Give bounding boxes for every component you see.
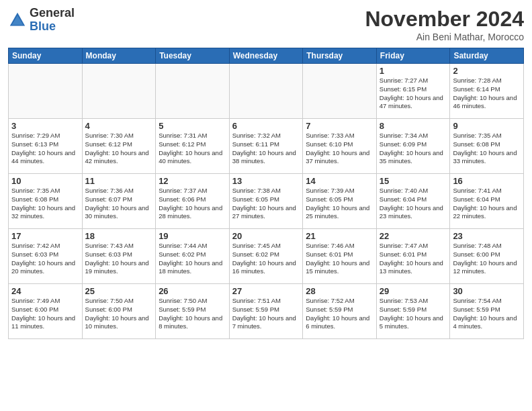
- day-number-2-1: 11: [85, 176, 153, 186]
- day-number-2-4: 14: [306, 176, 373, 186]
- calendar-cell-1-1: 4Sunrise: 7:30 AM Sunset: 6:12 PM Daylig…: [82, 119, 156, 174]
- day-info-2-6: Sunrise: 7:41 AM Sunset: 6:04 PM Dayligh…: [453, 187, 521, 221]
- week-row-2: 10Sunrise: 7:35 AM Sunset: 6:08 PM Dayli…: [9, 174, 524, 229]
- day-info-4-3: Sunrise: 7:51 AM Sunset: 5:59 PM Dayligh…: [232, 297, 300, 331]
- calendar-cell-4-1: 25Sunrise: 7:50 AM Sunset: 6:00 PM Dayli…: [82, 284, 156, 339]
- calendar-cell-2-0: 10Sunrise: 7:35 AM Sunset: 6:08 PM Dayli…: [9, 174, 83, 229]
- day-number-4-5: 29: [380, 286, 447, 296]
- calendar-cell-0-3: [229, 64, 303, 119]
- header-friday: Friday: [376, 48, 450, 64]
- day-info-2-1: Sunrise: 7:36 AM Sunset: 6:07 PM Dayligh…: [85, 187, 153, 221]
- logo-blue: Blue: [30, 20, 75, 34]
- day-number-1-5: 8: [380, 121, 447, 131]
- header-sunday: Sunday: [9, 48, 83, 64]
- header-thursday: Thursday: [303, 48, 377, 64]
- day-info-3-6: Sunrise: 7:48 AM Sunset: 6:00 PM Dayligh…: [453, 242, 521, 276]
- calendar-cell-2-2: 12Sunrise: 7:37 AM Sunset: 6:06 PM Dayli…: [156, 174, 230, 229]
- calendar-cell-1-5: 8Sunrise: 7:34 AM Sunset: 6:09 PM Daylig…: [376, 119, 450, 174]
- calendar-cell-2-4: 14Sunrise: 7:39 AM Sunset: 6:05 PM Dayli…: [303, 174, 377, 229]
- day-number-4-4: 28: [306, 286, 373, 296]
- day-number-4-2: 26: [159, 286, 226, 296]
- day-number-1-3: 6: [232, 121, 300, 131]
- day-info-2-4: Sunrise: 7:39 AM Sunset: 6:05 PM Dayligh…: [306, 187, 373, 221]
- day-number-3-2: 19: [159, 231, 226, 241]
- day-number-2-2: 12: [159, 176, 226, 186]
- day-info-3-2: Sunrise: 7:44 AM Sunset: 6:02 PM Dayligh…: [159, 242, 226, 276]
- day-number-1-0: 3: [11, 121, 79, 131]
- calendar-cell-4-3: 27Sunrise: 7:51 AM Sunset: 5:59 PM Dayli…: [229, 284, 303, 339]
- calendar-cell-1-6: 9Sunrise: 7:35 AM Sunset: 6:08 PM Daylig…: [450, 119, 524, 174]
- day-number-2-6: 16: [453, 176, 521, 186]
- day-info-2-0: Sunrise: 7:35 AM Sunset: 6:08 PM Dayligh…: [11, 187, 79, 221]
- header-tuesday: Tuesday: [156, 48, 230, 64]
- calendar-cell-4-2: 26Sunrise: 7:50 AM Sunset: 5:59 PM Dayli…: [156, 284, 230, 339]
- day-info-4-4: Sunrise: 7:52 AM Sunset: 5:59 PM Dayligh…: [306, 297, 373, 331]
- day-info-4-5: Sunrise: 7:53 AM Sunset: 5:59 PM Dayligh…: [380, 297, 447, 331]
- day-info-4-6: Sunrise: 7:54 AM Sunset: 5:59 PM Dayligh…: [453, 297, 521, 331]
- calendar-cell-3-6: 23Sunrise: 7:48 AM Sunset: 6:00 PM Dayli…: [450, 229, 524, 284]
- day-number-3-0: 17: [11, 231, 79, 241]
- calendar-header-row: Sunday Monday Tuesday Wednesday Thursday…: [9, 48, 524, 64]
- day-info-0-6: Sunrise: 7:28 AM Sunset: 6:14 PM Dayligh…: [453, 77, 521, 111]
- day-info-4-1: Sunrise: 7:50 AM Sunset: 6:00 PM Dayligh…: [85, 297, 153, 331]
- day-info-2-3: Sunrise: 7:38 AM Sunset: 6:05 PM Dayligh…: [232, 187, 300, 221]
- day-number-4-6: 30: [453, 286, 521, 296]
- day-number-2-3: 13: [232, 176, 300, 186]
- day-number-0-6: 2: [453, 66, 521, 76]
- day-info-2-5: Sunrise: 7:40 AM Sunset: 6:04 PM Dayligh…: [380, 187, 447, 221]
- week-row-4: 24Sunrise: 7:49 AM Sunset: 6:00 PM Dayli…: [9, 284, 524, 339]
- calendar-cell-3-0: 17Sunrise: 7:42 AM Sunset: 6:03 PM Dayli…: [9, 229, 83, 284]
- header: General Blue November 2024 Ain Beni Math…: [8, 7, 524, 42]
- day-info-1-3: Sunrise: 7:32 AM Sunset: 6:11 PM Dayligh…: [232, 132, 300, 166]
- day-info-3-4: Sunrise: 7:46 AM Sunset: 6:01 PM Dayligh…: [306, 242, 373, 276]
- calendar-cell-3-5: 22Sunrise: 7:47 AM Sunset: 6:01 PM Dayli…: [376, 229, 450, 284]
- day-info-3-1: Sunrise: 7:43 AM Sunset: 6:03 PM Dayligh…: [85, 242, 153, 276]
- day-number-3-3: 20: [232, 231, 300, 241]
- calendar-cell-4-5: 29Sunrise: 7:53 AM Sunset: 5:59 PM Dayli…: [376, 284, 450, 339]
- day-info-3-3: Sunrise: 7:45 AM Sunset: 6:02 PM Dayligh…: [232, 242, 300, 276]
- day-number-1-6: 9: [453, 121, 521, 131]
- day-number-1-4: 7: [306, 121, 373, 131]
- calendar-cell-2-5: 15Sunrise: 7:40 AM Sunset: 6:04 PM Dayli…: [376, 174, 450, 229]
- day-info-4-2: Sunrise: 7:50 AM Sunset: 5:59 PM Dayligh…: [159, 297, 226, 331]
- calendar-cell-2-6: 16Sunrise: 7:41 AM Sunset: 6:04 PM Dayli…: [450, 174, 524, 229]
- header-saturday: Saturday: [450, 48, 524, 64]
- calendar-cell-0-0: [9, 64, 83, 119]
- calendar-cell-2-3: 13Sunrise: 7:38 AM Sunset: 6:05 PM Dayli…: [229, 174, 303, 229]
- day-info-1-0: Sunrise: 7:29 AM Sunset: 6:13 PM Dayligh…: [11, 132, 79, 166]
- day-info-3-0: Sunrise: 7:42 AM Sunset: 6:03 PM Dayligh…: [11, 242, 79, 276]
- day-info-1-5: Sunrise: 7:34 AM Sunset: 6:09 PM Dayligh…: [380, 132, 447, 166]
- day-number-4-0: 24: [11, 286, 79, 296]
- calendar-cell-3-1: 18Sunrise: 7:43 AM Sunset: 6:03 PM Dayli…: [82, 229, 156, 284]
- month-title: November 2024: [365, 7, 524, 32]
- day-number-3-5: 22: [380, 231, 447, 241]
- calendar-table: Sunday Monday Tuesday Wednesday Thursday…: [8, 48, 524, 339]
- day-number-3-6: 23: [453, 231, 521, 241]
- calendar-cell-1-3: 6Sunrise: 7:32 AM Sunset: 6:11 PM Daylig…: [229, 119, 303, 174]
- logo-icon: [8, 11, 27, 30]
- calendar-cell-3-4: 21Sunrise: 7:46 AM Sunset: 6:01 PM Dayli…: [303, 229, 377, 284]
- calendar-cell-4-6: 30Sunrise: 7:54 AM Sunset: 5:59 PM Dayli…: [450, 284, 524, 339]
- logo-general: General: [30, 7, 75, 20]
- day-number-0-5: 1: [380, 66, 447, 76]
- calendar-cell-3-2: 19Sunrise: 7:44 AM Sunset: 6:02 PM Dayli…: [156, 229, 230, 284]
- calendar-cell-1-2: 5Sunrise: 7:31 AM Sunset: 6:12 PM Daylig…: [156, 119, 230, 174]
- calendar-cell-0-1: [82, 64, 156, 119]
- day-number-2-0: 10: [11, 176, 79, 186]
- day-number-4-1: 25: [85, 286, 153, 296]
- calendar-cell-0-2: [156, 64, 230, 119]
- day-number-2-5: 15: [380, 176, 447, 186]
- calendar-cell-0-6: 2Sunrise: 7:28 AM Sunset: 6:14 PM Daylig…: [450, 64, 524, 119]
- day-number-3-4: 21: [306, 231, 373, 241]
- main-container: General Blue November 2024 Ain Beni Math…: [0, 0, 532, 345]
- title-area: November 2024 Ain Beni Mathar, Morocco: [365, 7, 524, 42]
- location: Ain Beni Mathar, Morocco: [365, 32, 524, 42]
- calendar-cell-0-4: [303, 64, 377, 119]
- day-number-1-1: 4: [85, 121, 153, 131]
- day-info-1-2: Sunrise: 7:31 AM Sunset: 6:12 PM Dayligh…: [159, 132, 226, 166]
- calendar-cell-3-3: 20Sunrise: 7:45 AM Sunset: 6:02 PM Dayli…: [229, 229, 303, 284]
- day-number-1-2: 5: [159, 121, 226, 131]
- day-info-1-1: Sunrise: 7:30 AM Sunset: 6:12 PM Dayligh…: [85, 132, 153, 166]
- day-info-4-0: Sunrise: 7:49 AM Sunset: 6:00 PM Dayligh…: [11, 297, 79, 331]
- day-info-3-5: Sunrise: 7:47 AM Sunset: 6:01 PM Dayligh…: [380, 242, 447, 276]
